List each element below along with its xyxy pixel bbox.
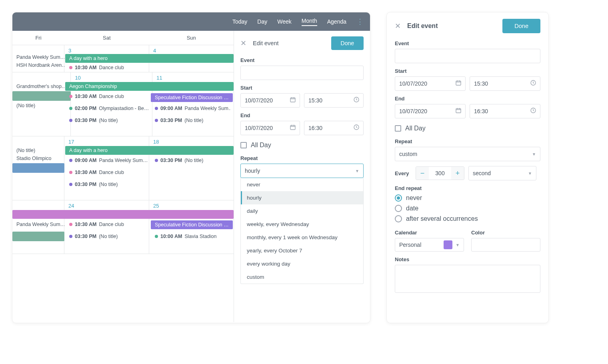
nav-today[interactable]: Today (232, 18, 247, 25)
event-item[interactable]: 03:30 PM (No title) (65, 180, 149, 188)
dropdown-option-yearly[interactable]: yearly, every October 7 (241, 244, 363, 257)
clock-icon[interactable] (353, 96, 360, 104)
event-item[interactable]: 10:00 AM Slavia Stadion (151, 232, 231, 240)
done-button[interactable]: Done (331, 36, 364, 50)
radio-label: never (406, 194, 422, 202)
calendar-grid: Fri Sat Sun . 3 4 (12, 31, 234, 322)
calendar-header: Today Day Week Month Agenda ⋮ (12, 12, 370, 31)
notes-textarea[interactable] (395, 265, 540, 293)
repeat-value: hourly (245, 168, 260, 174)
event-time: 03:30 PM (75, 182, 96, 187)
svg-rect-4 (456, 81, 461, 85)
event-item[interactable]: 09:00 AM Panda Weekly Sum… (65, 156, 149, 164)
event-bar[interactable]: Speculative Fiction Discussion C… (151, 93, 233, 102)
clock-icon[interactable] (530, 80, 536, 88)
event-bar[interactable] (12, 210, 234, 219)
event-dot-icon (155, 235, 158, 238)
dow-fri: Fri (12, 31, 64, 45)
every-unit-select[interactable]: second ▼ (468, 166, 536, 180)
nav-day[interactable]: Day (257, 18, 267, 25)
nav-agenda[interactable]: Agenda (327, 18, 346, 25)
dropdown-option-weekly[interactable]: weekly, every Wednesday (241, 218, 363, 231)
color-input[interactable] (471, 238, 540, 252)
event-time: 09:00 AM (75, 158, 96, 163)
event-item[interactable]: Panda Weekly Sum… (12, 220, 64, 228)
close-icon[interactable]: ✕ (240, 39, 246, 48)
event-bar[interactable]: A day with a hero (65, 146, 234, 155)
event-item[interactable]: 03:30 PM (No title) (151, 116, 231, 124)
clock-icon[interactable] (530, 107, 536, 115)
color-swatch-icon (444, 240, 452, 249)
event-item[interactable]: 10:30 AM Dance club (65, 220, 149, 228)
calendar-select[interactable]: Personal ▼ (395, 238, 464, 252)
event-item[interactable]: Panda Weekly Sum… (12, 53, 64, 61)
dropdown-option-custom[interactable]: custom (241, 270, 363, 284)
radio-label: after several occurrences (406, 215, 478, 222)
calendar-field-label: Calendar (395, 230, 464, 236)
event-time: 10:30 AM (75, 170, 96, 175)
dropdown-option-monthly[interactable]: monthly, every 1 week on Wednesday (241, 231, 363, 244)
nav-week[interactable]: Week (277, 18, 292, 25)
repeat-select[interactable]: hourly ▼ (240, 164, 364, 178)
event-item[interactable]: 03:30 PM (No title) (151, 156, 231, 164)
dropdown-option-working[interactable]: every working day (241, 257, 363, 270)
event-time: 10:30 AM (75, 94, 96, 99)
event-item[interactable]: 03:30 PM (No title) (65, 232, 149, 240)
stepper-decrement[interactable]: − (416, 167, 429, 180)
day-of-week-row: Fri Sat Sun (12, 31, 234, 45)
event-title: Panda Weekly Sum… (99, 158, 148, 163)
event-item[interactable]: 09:00 AM Panda Weekly Sum… (151, 104, 231, 112)
repeat-select[interactable]: custom ▼ (395, 147, 540, 161)
dropdown-option-hourly[interactable]: hourly (241, 191, 363, 204)
event-title: (No title) (99, 118, 118, 123)
event-bar[interactable]: Speculative Fiction Discussion C… (151, 220, 233, 229)
event-time: 02:00 PM (75, 106, 96, 111)
event-title: Panda Weekly Sum… (16, 54, 64, 60)
event-name-input[interactable] (240, 66, 364, 80)
calendar-icon[interactable] (290, 96, 296, 104)
event-item[interactable]: 10:30 AM Dance club (65, 92, 149, 100)
event-bar[interactable] (12, 232, 64, 241)
radio-never[interactable]: never (395, 194, 540, 202)
every-label: Every (395, 170, 412, 176)
calendar-icon[interactable] (290, 124, 296, 132)
more-menu-icon[interactable]: ⋮ (356, 17, 364, 26)
dropdown-option-daily[interactable]: daily (241, 204, 363, 218)
event-bar[interactable]: A day with a hero (65, 54, 234, 63)
event-title: (No title) (184, 158, 203, 163)
event-title: Dance club (99, 94, 124, 99)
event-dot-icon (69, 107, 72, 110)
done-button[interactable]: Done (502, 19, 540, 33)
event-item[interactable]: 02:00 PM Olympiastadion - Be… (65, 104, 149, 112)
event-item[interactable]: 10:30 AM Dance club (65, 168, 149, 176)
event-dot-icon (69, 95, 72, 98)
repeat-value: custom (399, 151, 417, 157)
radio-label: date (406, 205, 418, 212)
dow-sat: Sat (64, 31, 149, 45)
event-time: 10:30 AM (75, 222, 96, 227)
clock-icon[interactable] (353, 124, 360, 132)
event-item[interactable]: 03:30 PM (No title) (65, 116, 149, 124)
event-bar[interactable]: Aegon Championship (65, 82, 234, 91)
stepper-increment[interactable]: + (451, 167, 464, 180)
repeat-label: Repeat (240, 155, 364, 161)
calendar-icon[interactable] (455, 107, 462, 115)
event-dot-icon (69, 183, 72, 186)
event-label: Event (395, 40, 540, 46)
event-name-input[interactable] (395, 49, 540, 63)
event-title: Panda Weekly Sum… (184, 106, 231, 111)
panel-title: Edit event (407, 22, 496, 30)
allday-checkbox[interactable] (395, 125, 401, 132)
event-item[interactable]: 10:30 AM Dance club (65, 64, 149, 72)
allday-checkbox[interactable] (240, 142, 247, 148)
event-item[interactable]: HSH Nordbank Aren… (12, 61, 64, 69)
close-icon[interactable]: ✕ (395, 22, 401, 30)
radio-date[interactable]: date (395, 205, 540, 212)
nav-month[interactable]: Month (302, 18, 317, 26)
event-title: Dance club (99, 170, 124, 175)
radio-occurrences[interactable]: after several occurrences (395, 215, 540, 222)
end-repeat-label: End repeat (395, 185, 540, 191)
start-label: Start (240, 85, 364, 91)
dropdown-option-never[interactable]: never (241, 178, 363, 191)
calendar-icon[interactable] (455, 80, 462, 88)
